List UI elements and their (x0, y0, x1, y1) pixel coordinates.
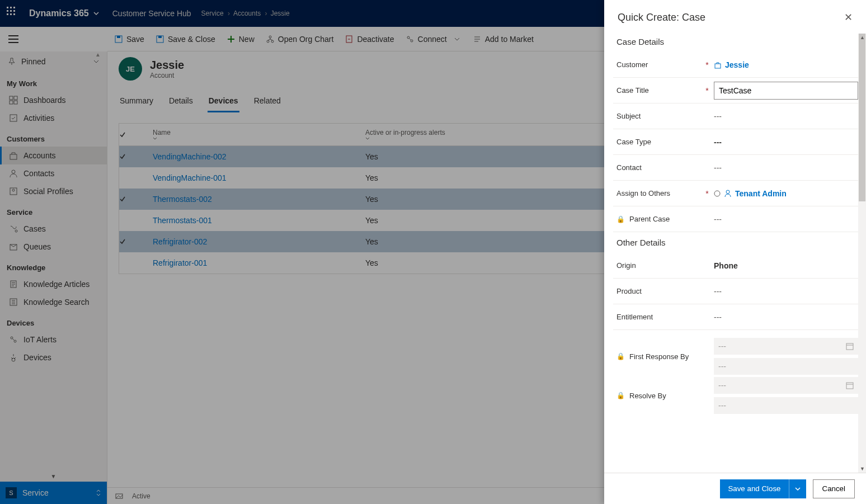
customer-value-text: Jessie (725, 60, 749, 69)
origin-value[interactable]: Phone (714, 261, 858, 270)
field-assign-to-others[interactable]: Assign to Others * Tenant Admin (613, 181, 862, 206)
assign-value-text: Tenant Admin (735, 189, 787, 198)
customer-value[interactable]: Jessie (714, 60, 858, 69)
required-indicator: * (705, 60, 709, 69)
entitlement-label: Entitlement (616, 313, 700, 321)
first-response-date: --- (714, 338, 858, 355)
resolve-by-label: 🔒 Resolve By (616, 392, 700, 400)
svg-rect-40 (846, 383, 853, 389)
parent-case-label: 🔒 Parent Case (616, 215, 700, 223)
case-type-value[interactable]: --- (714, 138, 858, 147)
calendar-icon[interactable] (846, 342, 854, 350)
case-title-label: Case Title (616, 86, 700, 95)
field-origin[interactable]: Origin Phone (613, 253, 862, 279)
svg-point-37 (714, 191, 720, 196)
sidebar-collapse-up-icon[interactable]: ▲ (95, 51, 101, 58)
subject-value[interactable]: --- (714, 112, 858, 121)
panel-title: Quick Create: Case (618, 12, 705, 23)
entitlement-value[interactable]: --- (714, 313, 858, 322)
panel-footer: Save and Close Cancel (604, 473, 866, 504)
field-contact[interactable]: Contact --- (613, 155, 862, 181)
case-type-label: Case Type (616, 138, 700, 146)
svg-rect-36 (715, 64, 721, 68)
lock-icon: 🔒 (616, 352, 625, 360)
field-parent-case[interactable]: 🔒 Parent Case --- (613, 206, 862, 232)
quick-create-panel: Quick Create: Case ✕ ▲ ▼ Case Details Cu… (604, 0, 866, 504)
assign-value[interactable]: Tenant Admin (714, 189, 858, 198)
field-first-response-by: 🔒 First Response By --- --- (613, 337, 862, 376)
svg-point-38 (726, 190, 729, 194)
required-indicator: * (705, 189, 709, 198)
scroll-up-icon[interactable]: ▲ (860, 35, 865, 40)
field-resolve-by: 🔒 Resolve By --- --- (613, 376, 862, 415)
field-case-type[interactable]: Case Type --- (613, 129, 862, 155)
resolve-by-time: --- (714, 397, 858, 414)
parent-case-value: --- (714, 215, 858, 224)
account-icon (714, 61, 722, 69)
section-other-details: Other Details (613, 232, 862, 253)
product-label: Product (616, 287, 700, 295)
required-indicator: * (705, 86, 709, 95)
calendar-icon[interactable] (846, 381, 854, 389)
cancel-button[interactable]: Cancel (813, 479, 855, 498)
section-case-details: Case Details (613, 31, 862, 52)
save-and-close-button[interactable]: Save and Close (720, 479, 806, 498)
svg-rect-39 (846, 343, 853, 350)
person-icon (724, 190, 732, 197)
radio-icon[interactable] (714, 190, 721, 197)
product-value[interactable]: --- (714, 287, 858, 296)
save-and-close-dropdown[interactable] (789, 479, 806, 498)
first-response-label: 🔒 First Response By (616, 352, 700, 361)
field-product[interactable]: Product --- (613, 279, 862, 304)
resolve-by-date: --- (714, 377, 858, 394)
customer-label: Customer (616, 60, 700, 69)
scrollbar-thumb[interactable] (859, 34, 865, 201)
close-icon[interactable]: ✕ (844, 11, 853, 23)
field-customer[interactable]: Customer * Jessie (613, 52, 862, 78)
scroll-down-icon[interactable]: ▼ (860, 466, 865, 472)
lock-icon: 🔒 (616, 215, 625, 223)
field-subject[interactable]: Subject --- (613, 103, 862, 129)
contact-value[interactable]: --- (714, 163, 858, 172)
contact-label: Contact (616, 163, 700, 172)
first-response-time: --- (714, 358, 858, 375)
field-case-title[interactable]: Case Title * (613, 78, 862, 103)
assign-label: Assign to Others (616, 189, 700, 197)
origin-label: Origin (616, 261, 700, 270)
case-title-input[interactable] (714, 82, 858, 100)
save-and-close-label: Save and Close (720, 484, 788, 493)
subject-label: Subject (616, 112, 700, 120)
lock-icon: 🔒 (616, 392, 625, 399)
field-entitlement[interactable]: Entitlement --- (613, 304, 862, 330)
